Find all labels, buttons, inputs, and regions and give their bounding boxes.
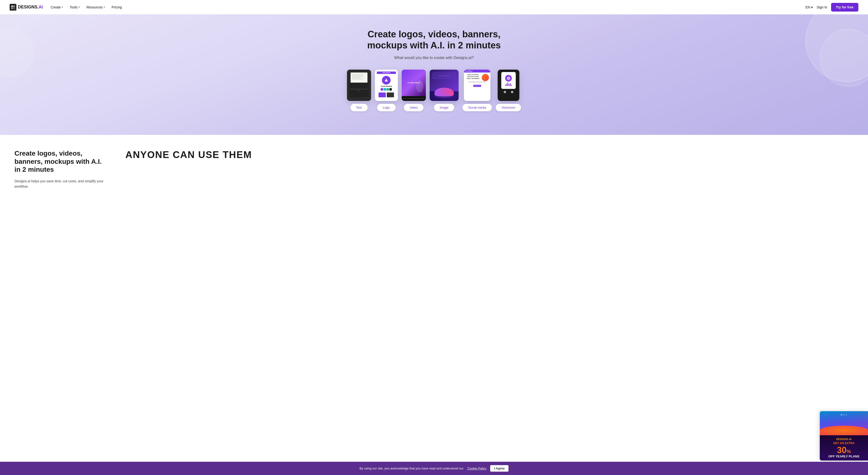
content-right: ANYONE CAN USE THEM	[125, 149, 854, 160]
logo-icon	[10, 4, 17, 10]
nav-create[interactable]: Create ▾	[51, 5, 63, 9]
content-left: Create logos, videos, banners, mockups w…	[14, 149, 106, 189]
hero-section: Create logos, videos, banners, mockups w…	[0, 14, 868, 135]
card-image[interactable]: Image	[430, 70, 459, 111]
card-video[interactable]: FLASH SALE Video	[402, 70, 426, 111]
card-logo[interactable]: YOUR BRAND YOUR BRAND	[375, 70, 398, 111]
card-text[interactable]: Text	[347, 70, 371, 111]
logo-text: DESIGNS.AI	[18, 5, 43, 10]
card-label-voiceover[interactable]: Voiceover	[496, 104, 521, 111]
typewriter-mockup	[347, 70, 371, 101]
card-label-image[interactable]: Image	[434, 104, 454, 111]
svg-rect-0	[11, 5, 13, 7]
svg-rect-2	[11, 7, 13, 9]
navbar: DESIGNS.AI Create ▾ Tools ▾ Resources ▾ …	[0, 0, 868, 14]
chevron-down-icon: ▾	[62, 6, 63, 8]
chevron-down-icon: ▾	[79, 6, 80, 8]
hero-headline: Create logos, videos, banners, mockups w…	[350, 29, 518, 51]
navbar-right: EN ▾ Sign In Try for free	[806, 3, 858, 11]
typewriter-body	[349, 82, 369, 97]
svg-point-6	[508, 78, 509, 79]
logo-content: YOUR BRAND	[377, 75, 396, 99]
logo-circle-icon	[382, 76, 391, 84]
language-selector[interactable]: EN ▾	[806, 5, 813, 9]
card-label-video[interactable]: Video	[404, 104, 424, 111]
nav-tools[interactable]: Tools ▾	[70, 5, 80, 9]
card-image-text	[347, 70, 371, 101]
navbar-left: DESIGNS.AI Create ▾ Tools ▾ Resources ▾ …	[10, 4, 122, 10]
card-label-logo[interactable]: Logo	[377, 104, 396, 111]
chevron-down-icon: ▾	[104, 6, 105, 8]
logo-mockup: YOUR BRAND YOUR BRAND	[375, 70, 398, 101]
svg-rect-1	[13, 5, 15, 7]
voice-mockup	[498, 70, 519, 101]
card-image-voice	[498, 70, 519, 101]
card-social[interactable]: Your Webinar HOW TO BOOST SALES IN YOUR …	[462, 70, 492, 111]
card-image-logo: YOUR BRAND YOUR BRAND	[375, 70, 398, 101]
card-image-video: FLASH SALE	[402, 70, 426, 101]
nav-links: Create ▾ Tools ▾ Resources ▾ Pricing	[51, 5, 122, 9]
svg-marker-4	[385, 79, 388, 82]
anyone-text: ANYONE CAN USE THEM	[125, 149, 252, 160]
logo[interactable]: DESIGNS.AI	[10, 4, 43, 10]
content-body: Designs.ai helps you save time, cut cost…	[14, 178, 106, 189]
chevron-down-icon: ▾	[811, 5, 813, 9]
card-voiceover[interactable]: Voiceover	[496, 70, 521, 111]
content-section: Create logos, videos, banners, mockups w…	[0, 135, 868, 204]
video-mockup: FLASH SALE	[402, 70, 426, 101]
card-label-text[interactable]: Text	[350, 104, 368, 111]
hero-subtext: What would you like to create with Desig…	[10, 56, 858, 60]
try-free-button[interactable]: Try for free	[831, 3, 858, 11]
nav-pricing[interactable]: Pricing	[112, 5, 122, 9]
nav-resources[interactable]: Resources ▾	[87, 5, 105, 9]
social-mockup: Your Webinar HOW TO BOOST SALES IN YOUR …	[464, 70, 490, 101]
image-mockup	[430, 70, 459, 101]
card-label-social[interactable]: Social media	[462, 104, 492, 111]
card-image-social: Your Webinar HOW TO BOOST SALES IN YOUR …	[464, 70, 490, 101]
svg-rect-3	[13, 7, 15, 9]
card-image-image	[430, 70, 459, 101]
sign-in-button[interactable]: Sign In	[817, 5, 827, 9]
content-headline: Create logos, videos, banners, mockups w…	[14, 149, 106, 174]
hero-cards: Text YOUR BRAND YOUR BRAND	[10, 70, 858, 111]
logo-header: YOUR BRAND	[377, 72, 396, 74]
